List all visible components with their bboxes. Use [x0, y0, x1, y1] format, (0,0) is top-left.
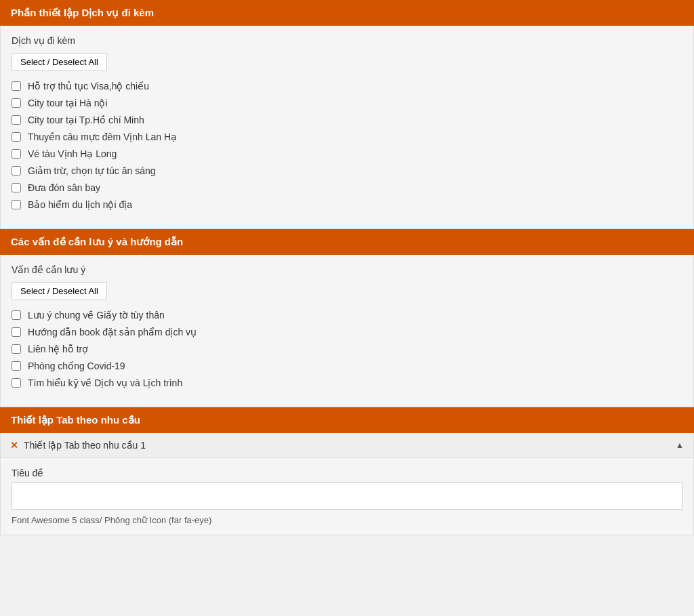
- tab-close-icon[interactable]: ✕: [10, 440, 18, 451]
- checkbox-label: Vé tàu Vịnh Hạ Long: [28, 148, 117, 159]
- checkbox-label: Phòng chống Covid-19: [28, 361, 125, 371]
- section1-checkbox-list: Hỗ trợ thủ tục Visa,hộ chiếu City tour t…: [12, 81, 682, 210]
- checkbox-thuyen-cau-muc[interactable]: [12, 132, 21, 142]
- checkbox-label: Liên hệ hỗ trợ: [28, 344, 88, 354]
- checkbox-label: Tìm hiểu kỹ về Dịch vụ và Lịch trình: [28, 377, 182, 388]
- checkbox-huong-dan-book[interactable]: [12, 327, 21, 337]
- tab-content: Tiêu đề Font Awesome 5 class/ Phông chữ …: [1, 458, 693, 535]
- tab-arrow-icon[interactable]: ▲: [676, 440, 684, 450]
- section-thiet-lap-tab: Thiết lập Tab theo nhu cầu ✕ Thiết lập T…: [0, 407, 694, 535]
- checkbox-label: Thuyền câu mực đêm Vịnh Lan Hạ: [28, 131, 177, 142]
- checkbox-giay-to[interactable]: [12, 310, 21, 320]
- section2-checkbox-list: Lưu ý chung về Giấy tờ tùy thân Hướng dẫ…: [12, 310, 682, 388]
- section2-select-all-button[interactable]: Select / Deselect All: [12, 282, 107, 300]
- section2-body: Vấn đề cần lưu ý Select / Deselect All L…: [0, 255, 694, 407]
- checkbox-bao-hiem[interactable]: [12, 200, 21, 209]
- list-item: Thuyền câu mực đêm Vịnh Lan Hạ: [12, 131, 682, 142]
- checkbox-label: Đưa đón sân bay: [28, 182, 100, 193]
- checkbox-label: Hướng dẫn book đặt sản phẩm dịch vụ: [28, 327, 197, 337]
- list-item: City tour tại Tp.Hồ chí Minh: [12, 115, 682, 125]
- field-tieu-de-input[interactable]: [12, 482, 682, 510]
- list-item: Đưa đón sân bay: [12, 182, 682, 193]
- section1-select-all-button[interactable]: Select / Deselect All: [12, 53, 107, 71]
- tab-item-1[interactable]: ✕ Thiết lập Tab theo nhu cầu 1 ▲: [1, 433, 693, 458]
- section1-label: Dịch vụ đi kèm: [12, 35, 682, 46]
- list-item: Hướng dẫn book đặt sản phẩm dịch vụ: [12, 327, 682, 337]
- checkbox-label: Lưu ý chung về Giấy tờ tùy thân: [28, 310, 165, 321]
- section-van-de-luu-y: Các vấn đề cần lưu ý và hướng dẫn Vấn đề…: [0, 229, 694, 407]
- section2-label: Vấn đề cần lưu ý: [12, 264, 682, 275]
- page-wrapper: Phần thiết lập Dịch vụ đi kèm Dịch vụ đi…: [0, 0, 694, 616]
- list-item: Lưu ý chung về Giấy tờ tùy thân: [12, 310, 682, 321]
- section2-header: Các vấn đề cần lưu ý và hướng dẫn: [0, 229, 694, 255]
- list-item: Hỗ trợ thủ tục Visa,hộ chiếu: [12, 81, 682, 91]
- checkbox-label: Giảm trừ, chọn tự túc ăn sáng: [28, 165, 156, 176]
- section-dich-vu-di-kem: Phần thiết lập Dịch vụ đi kèm Dịch vụ đi…: [0, 0, 694, 229]
- checkbox-label: City tour tại Tp.Hồ chí Minh: [28, 115, 144, 125]
- checkbox-lien-he-ho-tro[interactable]: [12, 344, 21, 354]
- field-hint: Font Awesome 5 class/ Phông chữ Icon (fa…: [12, 515, 682, 525]
- list-item: City tour tại Hà nội: [12, 98, 682, 108]
- checkbox-giam-tru[interactable]: [12, 166, 21, 176]
- checkbox-tim-hieu[interactable]: [12, 378, 21, 388]
- list-item: Bảo hiểm du lịch nội địa: [12, 199, 682, 210]
- checkbox-city-tour-hcm[interactable]: [12, 115, 21, 125]
- checkbox-ve-tau[interactable]: [12, 149, 21, 159]
- checkbox-label: Hỗ trợ thủ tục Visa,hộ chiếu: [28, 81, 149, 91]
- list-item: Tìm hiểu kỹ về Dịch vụ và Lịch trình: [12, 377, 682, 388]
- list-item: Phòng chống Covid-19: [12, 361, 682, 371]
- section1-body: Dịch vụ đi kèm Select / Deselect All Hỗ …: [0, 26, 694, 229]
- list-item: Liên hệ hỗ trợ: [12, 344, 682, 354]
- checkbox-label: City tour tại Hà nội: [28, 98, 108, 108]
- list-item: Vé tàu Vịnh Hạ Long: [12, 148, 682, 159]
- section3-body: ✕ Thiết lập Tab theo nhu cầu 1 ▲ Tiêu đề…: [0, 433, 694, 535]
- section3-header: Thiết lập Tab theo nhu cầu: [0, 407, 694, 433]
- list-item: Giảm trừ, chọn tự túc ăn sáng: [12, 165, 682, 176]
- checkbox-city-tour-hn[interactable]: [12, 98, 21, 108]
- checkbox-dua-don[interactable]: [12, 183, 21, 192]
- section1-header: Phần thiết lập Dịch vụ đi kèm: [0, 0, 694, 26]
- checkbox-visa[interactable]: [12, 81, 21, 91]
- tab-item-left: ✕ Thiết lập Tab theo nhu cầu 1: [10, 440, 146, 451]
- tab-item-label: Thiết lập Tab theo nhu cầu 1: [24, 440, 146, 451]
- field-tieu-de-label: Tiêu đề: [12, 468, 682, 478]
- checkbox-phong-chong-covid[interactable]: [12, 361, 21, 371]
- checkbox-label: Bảo hiểm du lịch nội địa: [28, 199, 132, 210]
